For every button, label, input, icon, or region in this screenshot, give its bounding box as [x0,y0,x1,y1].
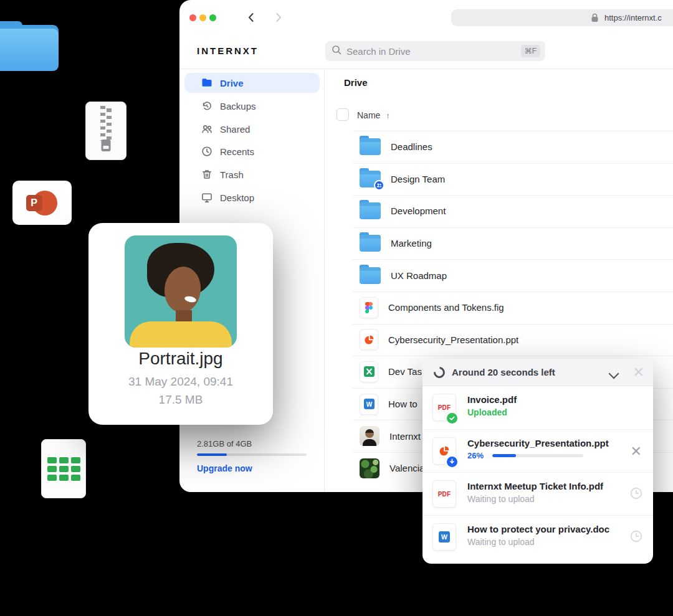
folder-icon [360,202,381,219]
zip-file-icon[interactable] [85,102,126,160]
upload-item-cybersecurity[interactable]: Cybersecurity_Presentation.ppt 26% ✕ [422,429,653,472]
list-item-folder[interactable]: UX Roadmap [325,259,673,291]
minimize-window-button[interactable] [199,14,206,21]
sidebar-item-label: Drive [220,78,244,88]
list-item-powerpoint-file[interactable]: Cybersecurity_Presentation.ppt [325,324,673,356]
zipper-teeth [100,106,112,141]
folder-front [0,29,59,71]
portrait-photo [125,235,237,348]
item-name: UX Roadmap [391,270,447,281]
item-name: How to [388,399,418,409]
desktop-monitor-icon [201,191,213,204]
back-button[interactable] [246,12,257,23]
forward-button[interactable] [273,12,284,23]
item-name: Valencia [389,463,424,473]
drive-folder-icon [201,77,213,89]
upload-progress-panel: Around 20 seconds left ✕ PDF Invoice.pdf… [422,359,653,564]
file-preview-card: Portrait.jpg 31 May 2024, 09:41 17.5 MB [88,223,273,425]
pdf-label: PDF [438,491,451,498]
search-bar[interactable]: ⌘F [325,41,545,61]
folder-icon [360,138,381,155]
sidebar-item-backups[interactable]: Backups [184,95,320,117]
upload-item-invoice[interactable]: PDF Invoice.pdf Uploaded [422,386,653,429]
address-bar[interactable]: https://internxt.c [451,9,673,26]
search-icon [332,45,341,57]
list-item-folder-shared[interactable]: Design Team [325,163,673,196]
uploaded-check-badge [446,412,459,425]
upload-item-name: Internxt Meetup Ticket Info.pdf [467,481,603,491]
sidebar-item-shared[interactable]: Shared [184,118,320,140]
trash-icon [201,168,213,181]
item-name: Marketing [391,238,432,249]
sidebar-item-trash[interactable]: Trash [184,163,320,186]
storage-usage-label: 2.81GB of 4GB [197,439,252,448]
powerpoint-file-icon[interactable]: P [12,181,72,225]
sidebar-item-label: Recents [220,146,254,157]
item-name: Dev Tas [388,366,422,377]
zoom-window-button[interactable] [209,14,216,21]
figma-file-icon [360,297,378,318]
word-file-icon: W [360,394,378,415]
waiting-clock-icon [629,529,643,543]
list-item-figma-file[interactable]: Components and Tokens.fig [325,291,673,324]
svg-text:W: W [441,533,447,541]
search-shortcut-badge: ⌘F [521,45,540,57]
upload-progress-fill [492,454,516,457]
item-name: Components and Tokens.fig [388,302,504,313]
backups-history-icon [201,100,213,112]
blue-folder-icon[interactable] [0,21,59,71]
internxt-logo: INTERNXT [197,45,259,56]
upload-item-meetup-ticket[interactable]: PDF Internxt Meetup Ticket Info.pdf Wait… [422,472,653,515]
upload-item-privacy-doc[interactable]: W How to protect your privacy.doc Waitin… [422,515,653,558]
upload-item-status: Uploaded [467,407,507,417]
powerpoint-letter: P [26,195,42,211]
sidebar-item-label: Desktop [220,192,254,203]
list-item-folder[interactable]: Development [325,195,673,227]
recents-clock-icon [201,145,213,158]
select-all-checkbox[interactable] [336,108,349,121]
sidebar-item-recents[interactable]: Recents [184,140,320,163]
cancel-upload-icon[interactable]: ✕ [631,443,642,460]
upload-time-remaining: Around 20 seconds left [452,367,555,377]
item-name: Deadlines [391,141,432,152]
upload-item-name: How to protect your privacy.doc [467,524,609,534]
upload-progress-bar [492,454,583,457]
upgrade-now-link[interactable]: Upgrade now [197,463,252,473]
preview-date: 31 May 2024, 09:41 [88,375,273,389]
svg-text:W: W [366,401,372,408]
item-name: Development [391,206,446,216]
shared-badge-icon [374,180,384,191]
list-item-folder[interactable]: Deadlines [325,131,673,163]
list-item-folder[interactable]: Marketing [325,227,673,260]
folder-icon [360,235,381,252]
preview-filename: Portrait.jpg [88,349,273,369]
spreadsheet-file-icon[interactable] [41,439,86,498]
upload-item-name: Cybersecurity_Presentation.ppt [467,438,609,448]
folder-icon [360,171,381,187]
spreadsheet-grid [47,457,80,481]
page-title: Drive [344,77,368,88]
storage-progress-bar [197,453,307,456]
folder-icon [360,267,381,284]
pdf-file-icon: PDF [432,394,456,421]
sidebar-item-drive[interactable]: Drive [184,73,320,93]
url-text: https://internxt.c [604,13,662,22]
sidebar-item-label: Shared [220,124,250,135]
zipper-pull [102,140,111,151]
upload-item-status: Waiting to upload [467,537,535,547]
preview-size: 17.5 MB [88,393,273,407]
shared-people-icon [201,123,213,135]
name-column-header[interactable]: Name ↑ [357,110,390,120]
storage-progress-fill [197,453,227,456]
powerpoint-file-icon [360,329,378,350]
waiting-clock-icon [629,486,643,500]
portrait-shirt [130,321,232,348]
sidebar-item-desktop[interactable]: Desktop [184,186,320,209]
upload-panel-header: Around 20 seconds left ✕ [422,359,653,386]
close-panel-icon[interactable]: ✕ [633,364,644,381]
close-window-button[interactable] [189,14,196,21]
chevron-down-icon[interactable] [609,369,618,378]
search-input[interactable] [346,46,521,57]
window-controls [189,14,216,21]
uploading-download-badge [446,455,459,468]
